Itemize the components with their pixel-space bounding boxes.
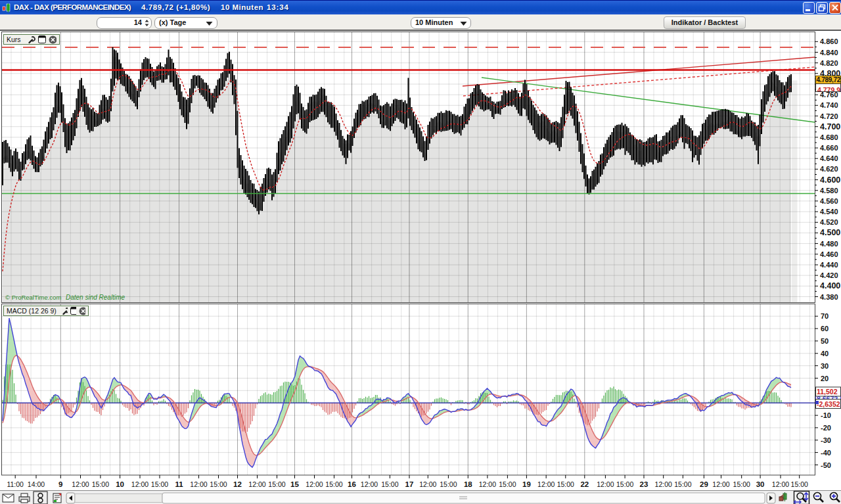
- svg-text:4.520: 4.520: [820, 218, 838, 226]
- svg-text:12: 12: [233, 480, 242, 488]
- svg-text:40: 40: [821, 350, 829, 357]
- svg-text:12:00: 12:00: [419, 480, 436, 488]
- svg-text:4.380: 4.380: [820, 293, 838, 301]
- svg-text:-50: -50: [821, 461, 831, 469]
- svg-text:4.540: 4.540: [820, 208, 838, 216]
- svg-text:Daten sind Realtime: Daten sind Realtime: [66, 294, 125, 301]
- svg-text:15:00: 15:00: [325, 480, 342, 488]
- svg-text:14:00: 14:00: [28, 480, 45, 488]
- svg-text:12:00: 12:00: [479, 480, 496, 488]
- svg-text:4.720: 4.720: [820, 112, 838, 120]
- svg-text:4.580: 4.580: [820, 187, 838, 195]
- svg-text:12:00: 12:00: [712, 480, 729, 488]
- svg-text:11:00: 11:00: [7, 480, 24, 488]
- svg-text:50: 50: [821, 337, 829, 345]
- svg-text:12:00: 12:00: [655, 480, 672, 488]
- svg-text:60: 60: [821, 325, 829, 332]
- svg-text:12:00: 12:00: [772, 480, 789, 488]
- svg-text:11: 11: [175, 480, 183, 488]
- svg-text:4.460: 4.460: [820, 250, 838, 258]
- svg-text:-40: -40: [821, 449, 831, 457]
- svg-text:12:00: 12:00: [597, 480, 614, 488]
- svg-text:4.840: 4.840: [820, 49, 838, 57]
- svg-text:12:00: 12:00: [248, 480, 265, 488]
- svg-text:4.640: 4.640: [820, 154, 838, 162]
- svg-text:15: 15: [290, 480, 299, 488]
- svg-text:30: 30: [821, 362, 829, 370]
- svg-text:17: 17: [405, 480, 414, 488]
- svg-text:15:00: 15:00: [733, 480, 750, 488]
- svg-text:4.860: 4.860: [820, 37, 838, 45]
- svg-text:4.620: 4.620: [820, 165, 838, 173]
- svg-text:11,502: 11,502: [817, 388, 838, 396]
- svg-text:4.789,72: 4.789,72: [817, 76, 841, 83]
- svg-text:15:00: 15:00: [268, 480, 285, 488]
- svg-text:30: 30: [756, 480, 765, 488]
- svg-text:-2,6352: -2,6352: [817, 400, 840, 408]
- svg-text:4.560: 4.560: [820, 197, 838, 205]
- svg-text:4.600: 4.600: [820, 175, 840, 185]
- svg-text:70: 70: [821, 312, 829, 320]
- svg-text:15:00: 15:00: [557, 480, 574, 488]
- svg-text:12:00: 12:00: [131, 480, 148, 488]
- svg-text:15:00: 15:00: [210, 480, 227, 488]
- svg-text:4.700: 4.700: [820, 122, 840, 131]
- svg-text:12:00: 12:00: [306, 480, 323, 488]
- svg-text:4.420: 4.420: [820, 271, 838, 279]
- svg-text:29: 29: [700, 480, 708, 488]
- svg-text:-10: -10: [821, 411, 831, 419]
- svg-text:23: 23: [640, 480, 648, 488]
- svg-text:4.500: 4.500: [820, 228, 840, 237]
- svg-text:18: 18: [464, 480, 472, 488]
- svg-text:4.400: 4.400: [820, 281, 840, 290]
- svg-text:15:00: 15:00: [151, 480, 168, 488]
- svg-text:15:00: 15:00: [440, 480, 457, 488]
- svg-text:12:00: 12:00: [537, 480, 555, 488]
- svg-text:-20: -20: [821, 424, 831, 432]
- svg-text:© ProRealTime.com: © ProRealTime.com: [5, 294, 61, 301]
- svg-text:4.480: 4.480: [820, 240, 838, 248]
- svg-text:12:00: 12:00: [72, 480, 89, 488]
- svg-text:22: 22: [580, 480, 589, 488]
- svg-text:10: 10: [116, 480, 124, 488]
- svg-text:9: 9: [58, 480, 62, 488]
- svg-text:4.660: 4.660: [820, 144, 838, 152]
- svg-text:15:00: 15:00: [92, 480, 109, 488]
- svg-text:15:00: 15:00: [616, 480, 633, 488]
- svg-text:15:00: 15:00: [499, 480, 516, 488]
- svg-text:15:00: 15:00: [791, 480, 808, 488]
- svg-text:4.740: 4.740: [820, 101, 838, 109]
- svg-text:12:00: 12:00: [361, 480, 378, 488]
- svg-text:12:00: 12:00: [190, 480, 207, 488]
- svg-text:16: 16: [348, 480, 356, 488]
- svg-text:19: 19: [522, 480, 531, 488]
- svg-text:-30: -30: [821, 436, 831, 444]
- svg-text:20: 20: [821, 375, 829, 382]
- svg-text:4.440: 4.440: [820, 261, 838, 269]
- svg-text:15:00: 15:00: [674, 480, 691, 488]
- svg-text:4.680: 4.680: [820, 133, 838, 141]
- svg-text:15:00: 15:00: [381, 480, 398, 488]
- svg-text:4.820: 4.820: [820, 59, 838, 67]
